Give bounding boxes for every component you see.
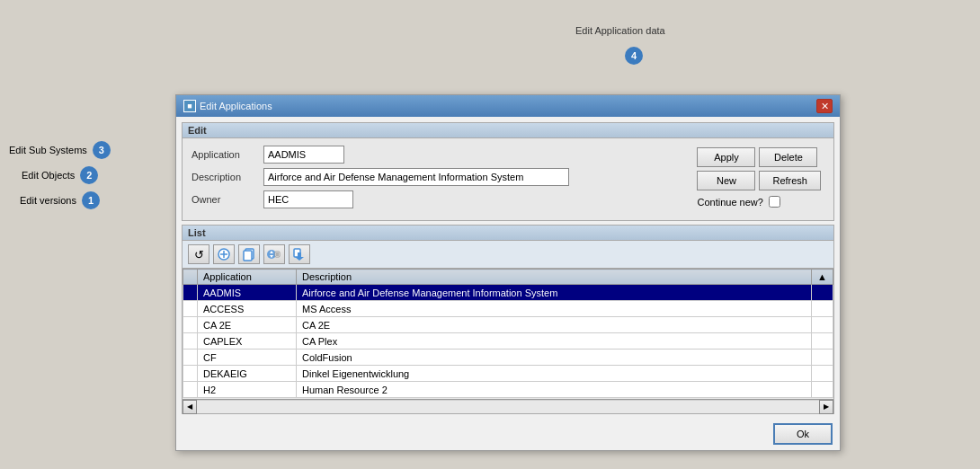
- apply-button[interactable]: Apply: [697, 147, 755, 167]
- edit-applications-dialog: ■ Edit Applications ✕ Edit Application D…: [175, 94, 841, 451]
- delete-button[interactable]: Delete: [759, 147, 817, 167]
- horizontal-scrollbar[interactable]: ◀ ▶: [183, 399, 833, 413]
- ok-button[interactable]: Ok: [773, 423, 833, 445]
- dialog-icon: ■: [183, 100, 196, 112]
- owner-label: Owner: [192, 194, 263, 205]
- table-row[interactable]: DEKAEIG Dinkel Eigenentwicklung: [183, 366, 833, 382]
- cell-scroll: [812, 301, 833, 317]
- list-section: List ↺: [182, 225, 834, 414]
- description-label: Description: [192, 172, 263, 182]
- toolbar-add-btn[interactable]: [213, 244, 235, 264]
- cell-application: AADMIS: [198, 285, 297, 301]
- badge-4: 4: [625, 47, 643, 65]
- row-selector-header: [183, 270, 198, 285]
- cell-scroll: [812, 350, 833, 366]
- application-label: Application: [192, 149, 263, 160]
- close-button[interactable]: ✕: [816, 99, 833, 113]
- description-input[interactable]: [263, 168, 569, 186]
- cell-description: MS Access: [297, 301, 812, 317]
- row-selector: [183, 382, 198, 398]
- row-selector: [183, 301, 198, 317]
- svg-rect-4: [244, 251, 252, 261]
- list-section-header: List: [183, 226, 833, 241]
- cell-application: H2: [198, 382, 297, 398]
- cell-scroll: [812, 382, 833, 398]
- toolbar-copy-btn[interactable]: [238, 244, 260, 264]
- annotation-label-text: Edit Sub Systems: [9, 145, 87, 155]
- cell-description: CA 2E: [297, 317, 812, 333]
- cell-application: CAPLEX: [198, 333, 297, 350]
- table-row[interactable]: H2 Human Resource 2: [183, 382, 833, 398]
- continue-new-row: Continue new?: [697, 196, 821, 208]
- tooltip-label: Edit Application data: [575, 25, 665, 36]
- row-selector: [183, 285, 198, 301]
- action-buttons: Apply Delete New Refresh Continue new?: [697, 147, 821, 208]
- cell-description: Airforce and Air Defense Management Info…: [297, 285, 812, 301]
- row-selector: [183, 317, 198, 333]
- dialog-title-text: Edit Applications: [200, 101, 272, 111]
- col-description-header: Description: [297, 270, 812, 285]
- row-selector: [183, 350, 198, 366]
- continue-new-checkbox[interactable]: [769, 196, 780, 208]
- toolbar-move-btn[interactable]: [263, 244, 285, 264]
- edit-section-content: Application Description Owner Apply Dele…: [183, 138, 833, 220]
- cell-scroll: [812, 333, 833, 350]
- cell-scroll: [812, 285, 833, 301]
- cell-application: DEKAEIG: [198, 366, 297, 382]
- badge-2: 2: [80, 166, 98, 184]
- scroll-track-h[interactable]: [197, 401, 819, 413]
- row-selector: [183, 366, 198, 382]
- scroll-right-arrow[interactable]: ▶: [819, 400, 833, 414]
- new-button[interactable]: New: [697, 171, 755, 190]
- table-container: Application Description ▲ AADMIS Airforc…: [183, 269, 833, 413]
- cell-application: CA 2E: [198, 317, 297, 333]
- cell-scroll: [812, 317, 833, 333]
- dialog-title-left: ■ Edit Applications: [183, 100, 272, 112]
- table-row[interactable]: AADMIS Airforce and Air Defense Manageme…: [183, 285, 833, 301]
- table-row[interactable]: CAPLEX CA Plex: [183, 333, 833, 350]
- annotation-edit-objects: Edit Objects 2: [22, 166, 98, 184]
- badge-1: 1: [82, 191, 100, 209]
- table-row[interactable]: CF ColdFusion: [183, 350, 833, 366]
- annotation-edit-subsystems: Edit Sub Systems 3: [9, 141, 111, 159]
- table-header-row: Application Description ▲: [183, 270, 833, 285]
- table-body: AADMIS Airforce and Air Defense Manageme…: [183, 285, 833, 398]
- tooltip-badge: 4: [625, 47, 643, 65]
- continue-new-label: Continue new?: [697, 197, 762, 208]
- cell-description: Dinkel Eigenentwicklung: [297, 366, 812, 382]
- list-toolbar: ↺: [183, 241, 833, 269]
- svg-rect-8: [275, 252, 280, 257]
- toolbar-import-btn[interactable]: [289, 244, 310, 264]
- cell-scroll: [812, 366, 833, 382]
- refresh-button[interactable]: Refresh: [759, 171, 821, 190]
- ok-bar: Ok: [176, 420, 840, 450]
- annotation-label-text-3: Edit versions: [20, 195, 76, 206]
- row-selector: [183, 333, 198, 350]
- scroll-left-arrow[interactable]: ◀: [183, 400, 197, 414]
- edit-section: Edit Application Description Owner Apply…: [182, 122, 834, 221]
- table-row[interactable]: CA 2E CA 2E: [183, 317, 833, 333]
- btn-row-2: New Refresh: [697, 171, 821, 190]
- owner-input[interactable]: [263, 190, 353, 208]
- btn-row-1: Apply Delete: [697, 147, 821, 167]
- table-wrapper: Application Description ▲ AADMIS Airforc…: [183, 269, 833, 399]
- cell-description: CA Plex: [297, 333, 812, 350]
- cell-application: ACCESS: [198, 301, 297, 317]
- cell-description: ColdFusion: [297, 350, 812, 366]
- annotation-label-text-2: Edit Objects: [22, 170, 75, 181]
- cell-description: Human Resource 2: [297, 382, 812, 398]
- cell-application: CF: [198, 350, 297, 366]
- table-row[interactable]: ACCESS MS Access: [183, 301, 833, 317]
- edit-section-header: Edit: [183, 123, 833, 138]
- dialog-titlebar: ■ Edit Applications ✕: [176, 95, 840, 117]
- annotation-edit-versions: Edit versions 1: [20, 191, 100, 209]
- data-table: Application Description ▲ AADMIS Airforc…: [183, 269, 833, 398]
- toolbar-refresh-btn[interactable]: ↺: [188, 244, 209, 264]
- application-input[interactable]: [263, 146, 344, 164]
- col-scrollbar-header: ▲: [812, 270, 833, 285]
- col-application-header: Application: [198, 270, 297, 285]
- badge-3: 3: [93, 141, 111, 159]
